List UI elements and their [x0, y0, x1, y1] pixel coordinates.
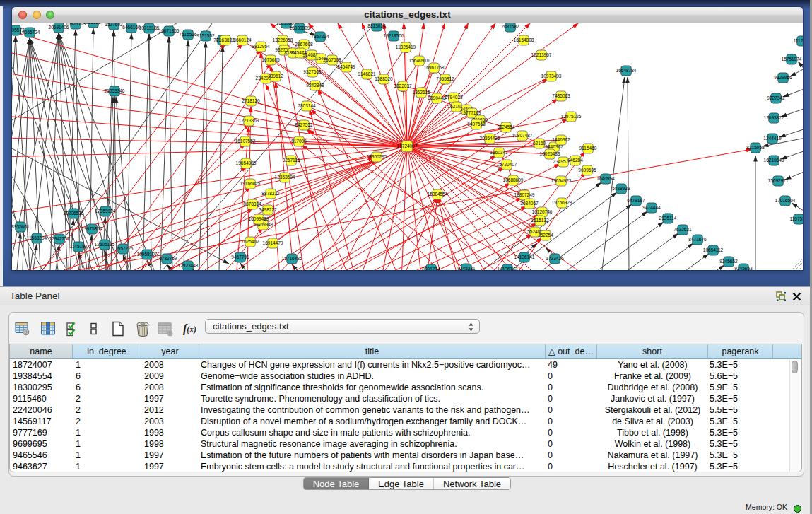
svg-text:17957225: 17957225: [113, 246, 134, 251]
svg-text:9242848: 9242848: [306, 83, 324, 88]
svg-text:13226058: 13226058: [273, 37, 293, 42]
svg-text:8427552: 8427552: [295, 122, 313, 127]
svg-text:10688609: 10688609: [503, 177, 524, 182]
svg-text:16120746: 16120746: [532, 209, 553, 214]
svg-text:7632621: 7632621: [673, 227, 692, 232]
svg-text:7485063: 7485063: [552, 93, 570, 98]
svg-text:1145194: 1145194: [70, 244, 88, 249]
svg-text:7357224: 7357224: [311, 34, 329, 39]
svg-text:8878334: 8878334: [243, 201, 261, 206]
svg-text:3822037: 3822037: [394, 83, 412, 88]
svg-text:10719185: 10719185: [139, 25, 160, 30]
svg-text:8454749: 8454749: [337, 64, 355, 69]
svg-text:7625402: 7625402: [241, 239, 259, 244]
svg-text:14055724: 14055724: [20, 30, 40, 35]
svg-text:10958107: 10958107: [137, 252, 158, 257]
svg-text:252254: 252254: [538, 233, 553, 238]
svg-text:9245331: 9245331: [457, 266, 476, 270]
svg-text:16210643: 16210643: [764, 158, 784, 163]
svg-text:14136142: 14136142: [498, 267, 518, 270]
svg-text:1167533: 1167533: [790, 216, 803, 221]
svg-text:9457791: 9457791: [231, 255, 249, 259]
svg-text:6466160: 6466160: [122, 25, 141, 30]
svg-text:1615132: 1615132: [531, 218, 549, 223]
svg-text:8990448: 8990448: [428, 95, 446, 100]
svg-text:5938923: 5938923: [612, 186, 630, 191]
svg-text:9474444: 9474444: [642, 205, 661, 210]
svg-text:1244419: 1244419: [763, 136, 782, 141]
svg-text:2087682: 2087682: [501, 24, 519, 29]
svg-text:2718126: 2718126: [242, 98, 260, 103]
svg-text:817006: 817006: [291, 139, 307, 144]
svg-text:9245653: 9245653: [734, 266, 753, 270]
svg-text:1527602: 1527602: [105, 23, 123, 27]
svg-text:989612: 989612: [268, 74, 283, 78]
svg-text:9146821: 9146821: [358, 71, 376, 76]
svg-text:15384554: 15384554: [428, 192, 448, 197]
svg-text:16648784: 16648784: [616, 68, 637, 73]
svg-text:1588520: 1588520: [375, 76, 393, 81]
svg-text:9327568: 9327568: [303, 69, 322, 74]
svg-text:19756928: 19756928: [552, 200, 572, 205]
svg-text:8935001: 8935001: [12, 224, 30, 229]
svg-text:9777169: 9777169: [463, 110, 481, 115]
svg-text:12505135: 12505135: [95, 242, 115, 247]
svg-text:1675685: 1675685: [261, 57, 280, 62]
svg-text:16099489: 16099489: [249, 216, 269, 221]
svg-text:15716485: 15716485: [282, 256, 302, 261]
svg-text:3498222: 3498222: [259, 207, 277, 212]
svg-text:18300295: 18300295: [367, 154, 387, 159]
svg-text:12353594: 12353594: [275, 175, 295, 180]
svg-text:3824554: 3824554: [497, 124, 515, 129]
svg-text:1360341: 1360341: [490, 150, 508, 155]
svg-text:1640954: 1640954: [596, 176, 615, 181]
svg-text:7955812: 7955812: [436, 76, 454, 81]
svg-text:8471676: 8471676: [688, 237, 707, 242]
svg-text:12213369: 12213369: [239, 118, 259, 123]
svg-text:16914479: 16914479: [263, 240, 283, 245]
svg-text:15692971: 15692971: [768, 178, 789, 183]
svg-text:1733426: 1733426: [546, 256, 564, 261]
svg-text:14136141: 14136141: [514, 255, 535, 259]
svg-text:12975125: 12975125: [561, 114, 582, 119]
svg-text:19218506: 19218506: [384, 33, 404, 38]
svg-text:3684067: 3684067: [520, 201, 539, 206]
svg-text:20364436: 20364436: [480, 136, 500, 141]
svg-text:19166825: 19166825: [240, 181, 261, 186]
svg-text:16671355: 16671355: [159, 28, 180, 33]
svg-text:8878332: 8878332: [261, 191, 280, 196]
svg-text:19654985: 19654985: [236, 160, 257, 165]
svg-text:20206535: 20206535: [64, 211, 84, 216]
svg-text:9151552: 9151552: [196, 33, 215, 38]
svg-text:2967608: 2967608: [295, 42, 313, 47]
svg-text:12942757: 12942757: [49, 236, 70, 241]
svg-text:10807487: 10807487: [512, 133, 533, 138]
svg-text:946284: 946284: [567, 158, 583, 163]
svg-text:12923448: 12923448: [178, 263, 199, 268]
svg-text:16961758: 16961758: [424, 65, 445, 70]
svg-text:12213967: 12213967: [531, 52, 552, 57]
svg-text:8901214: 8901214: [422, 267, 440, 270]
svg-text:15720407: 15720407: [497, 162, 517, 167]
svg-text:6497568: 6497568: [467, 122, 486, 127]
svg-text:7515526: 7515526: [179, 32, 197, 37]
svg-text:2935114: 2935114: [659, 216, 677, 221]
svg-text:10655267: 10655267: [83, 23, 104, 25]
svg-text:21053346: 21053346: [105, 88, 125, 93]
svg-text:10973493: 10973493: [541, 74, 562, 78]
svg-text:15640910: 15640910: [409, 58, 430, 63]
svg-text:3267115: 3267115: [283, 158, 300, 163]
svg-text:8215958: 8215958: [746, 145, 765, 150]
svg-text:7803144: 7803144: [298, 103, 316, 108]
svg-text:12093872: 12093872: [764, 115, 784, 120]
svg-text:16107552: 16107552: [235, 139, 256, 144]
svg-text:8660124: 8660124: [233, 37, 252, 42]
svg-text:10654112: 10654112: [703, 247, 724, 252]
svg-text:7163822: 7163822: [216, 37, 235, 42]
svg-text:2967608: 2967608: [323, 57, 341, 62]
svg-text:8813054: 8813054: [367, 23, 386, 28]
svg-text:8912954: 8912954: [252, 44, 270, 49]
svg-text:18724007: 18724007: [397, 144, 418, 148]
svg-text:9699695: 9699695: [578, 168, 596, 173]
svg-text:18807249: 18807249: [514, 192, 535, 197]
